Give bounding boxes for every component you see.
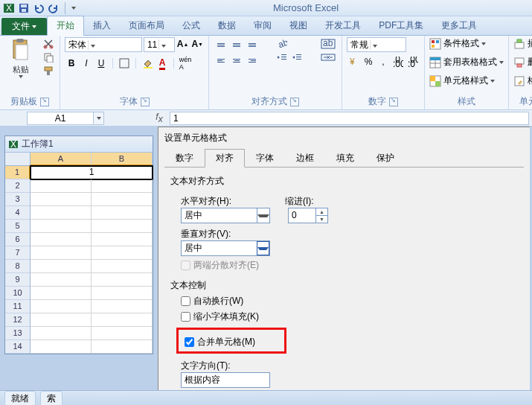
cell[interactable]	[31, 313, 92, 327]
row-header[interactable]: 7	[5, 246, 31, 260]
cell[interactable]	[31, 179, 92, 193]
align-left[interactable]	[214, 53, 228, 68]
decrease-indent-icon[interactable]	[275, 51, 289, 64]
cell[interactable]	[31, 327, 92, 340]
merge-center-icon[interactable]	[319, 51, 337, 64]
tab-developer[interactable]: 开发工具	[316, 16, 370, 35]
row-header[interactable]: 13	[5, 327, 31, 340]
tab-home[interactable]: 开始	[47, 16, 84, 36]
border-icon[interactable]	[118, 57, 131, 70]
comma-icon[interactable]: ,	[376, 55, 390, 68]
merge-cells-check[interactable]: 合并单元格(M)	[185, 336, 278, 348]
cell[interactable]	[31, 233, 92, 246]
cell[interactable]	[92, 193, 153, 206]
cell[interactable]	[92, 313, 153, 327]
cell[interactable]	[92, 246, 153, 260]
cell[interactable]	[92, 220, 153, 233]
cell[interactable]	[31, 206, 92, 220]
dialog-tab-fill[interactable]: 填充	[325, 149, 365, 168]
orientation-icon[interactable]: ab	[275, 37, 289, 51]
align-top-center[interactable]	[229, 37, 244, 52]
row-header[interactable]: 14	[5, 340, 31, 354]
format-painter-icon[interactable]	[42, 64, 55, 77]
cell[interactable]	[31, 220, 92, 233]
tab-more[interactable]: 更多工具	[432, 16, 486, 35]
formula-bar[interactable]: 1	[170, 112, 529, 125]
cut-icon[interactable]	[42, 37, 55, 51]
shrink-fit-check[interactable]: 缩小字体填充(K)	[181, 310, 518, 323]
column-header-a[interactable]: A	[31, 153, 92, 166]
spreadsheet-grid[interactable]: A B 11 2 3 4 5 6 7 8 9 10 11 12 13 14	[5, 153, 153, 354]
workbook-title-bar[interactable]: X 工作簿1	[5, 136, 153, 153]
delete-cells-button[interactable]: 删除	[513, 56, 532, 68]
cell[interactable]	[31, 340, 92, 354]
dialog-tab-border[interactable]: 边框	[285, 149, 325, 168]
decrease-decimal-icon[interactable]: .00.0	[406, 55, 420, 68]
increase-indent-icon[interactable]	[290, 51, 304, 64]
undo-icon[interactable]	[33, 2, 45, 14]
align-right[interactable]	[245, 53, 260, 68]
dialog-tab-protection[interactable]: 保护	[365, 149, 406, 168]
indent-spinner[interactable]: 0▲▼	[288, 208, 328, 223]
cell[interactable]	[92, 300, 153, 313]
wrap-text-check[interactable]: 自动换行(W)	[181, 295, 518, 307]
font-launcher[interactable]	[141, 98, 150, 106]
fx-icon[interactable]: fx	[152, 112, 167, 124]
row-header[interactable]: 1	[5, 166, 31, 179]
save-icon[interactable]	[18, 2, 30, 14]
dialog-tab-number[interactable]: 数字	[164, 149, 205, 168]
cell[interactable]	[92, 340, 153, 354]
fill-color-icon[interactable]	[141, 57, 154, 70]
tab-review[interactable]: 审阅	[245, 16, 281, 35]
format-as-table-button[interactable]: 套用表格格式	[429, 56, 504, 68]
row-header[interactable]: 2	[5, 179, 31, 193]
row-header[interactable]: 4	[5, 206, 31, 220]
tab-formulas[interactable]: 公式	[173, 16, 209, 35]
percent-icon[interactable]: %	[362, 55, 375, 68]
insert-cells-button[interactable]: 插入	[513, 37, 532, 50]
row-header[interactable]: 11	[5, 300, 31, 313]
redo-icon[interactable]	[48, 2, 60, 14]
copy-icon[interactable]	[42, 51, 55, 64]
name-box-dropdown[interactable]	[94, 112, 104, 125]
text-direction-combo[interactable]: 根据内容	[181, 372, 270, 388]
row-header[interactable]: 8	[5, 260, 31, 273]
cell[interactable]	[31, 287, 92, 300]
row-header[interactable]: 10	[5, 287, 31, 300]
row-header[interactable]: 12	[5, 313, 31, 327]
cell[interactable]	[92, 179, 153, 193]
dialog-tab-font[interactable]: 字体	[245, 149, 285, 168]
cell-styles-button[interactable]: 单元格样式	[429, 74, 495, 87]
tab-insert[interactable]: 插入	[84, 16, 120, 35]
bold-button[interactable]: B	[65, 57, 78, 70]
italic-button[interactable]: I	[80, 57, 93, 70]
number-launcher[interactable]	[389, 98, 398, 106]
tab-pdf[interactable]: PDF工具集	[370, 16, 432, 35]
tab-data[interactable]: 数据	[209, 16, 245, 35]
font-color-icon[interactable]: A	[156, 57, 169, 70]
increase-decimal-icon[interactable]: .0.00	[391, 55, 405, 68]
cell[interactable]	[92, 233, 153, 246]
tab-view[interactable]: 视图	[281, 16, 316, 35]
v-align-combo[interactable]: 居中	[181, 240, 270, 256]
cell[interactable]	[92, 260, 153, 273]
row-header[interactable]: 3	[5, 193, 31, 206]
number-format-combo[interactable]: 常规	[347, 37, 406, 52]
cell-a1-b1[interactable]: 1	[30, 165, 153, 180]
tab-file[interactable]: 文件	[1, 18, 47, 35]
grow-font-icon[interactable]: A▲	[176, 37, 190, 51]
align-top-right[interactable]	[245, 37, 260, 52]
merge-cells-checkbox[interactable]	[185, 337, 194, 347]
clipboard-launcher[interactable]	[40, 98, 49, 106]
column-header-b[interactable]: B	[92, 153, 153, 166]
cell[interactable]	[31, 273, 92, 287]
row-header[interactable]: 5	[5, 220, 31, 233]
row-header[interactable]: 6	[5, 233, 31, 246]
paste-button[interactable]: 粘贴	[4, 37, 37, 80]
phonetic-icon[interactable]: wénA	[179, 57, 192, 70]
conditional-format-button[interactable]: 条件格式	[429, 37, 486, 50]
shrink-fit-checkbox[interactable]	[181, 312, 190, 322]
justify-distributed-check[interactable]: 两端分散对齐(E)	[181, 259, 518, 272]
format-cells-button[interactable]: 格式	[513, 74, 532, 87]
h-align-combo[interactable]: 居中	[181, 208, 270, 223]
